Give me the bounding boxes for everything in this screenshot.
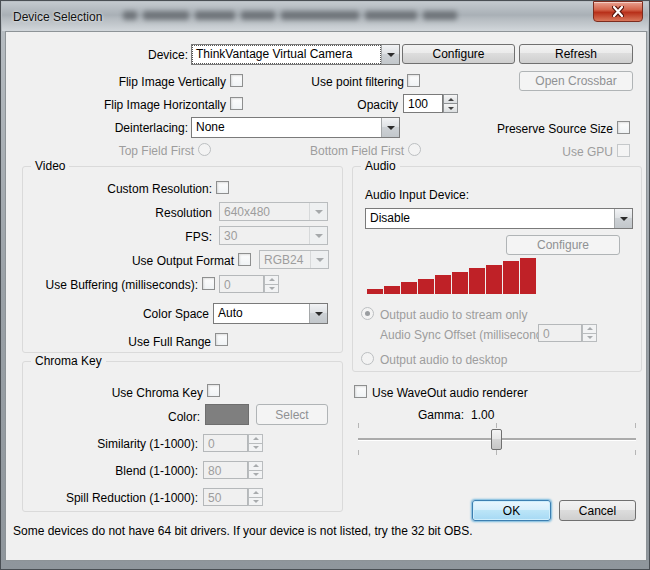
chevron-down-icon bbox=[381, 45, 399, 64]
custom-resolution-checkbox[interactable] bbox=[216, 181, 229, 194]
gamma-slider[interactable] bbox=[356, 422, 638, 456]
use-full-range-label: Use Full Range bbox=[47, 335, 211, 349]
preserve-source-size-label: Preserve Source Size bbox=[436, 122, 613, 136]
chevron-down-icon bbox=[309, 203, 327, 220]
audio-input-device-label: Audio Input Device: bbox=[365, 188, 469, 202]
resolution-combobox-value: 640x480 bbox=[220, 203, 309, 220]
color-space-label: Color Space bbox=[47, 307, 209, 321]
use-chroma-key-checkbox[interactable] bbox=[207, 384, 220, 397]
resolution-label: Resolution bbox=[47, 206, 212, 220]
opacity-label: Opacity bbox=[296, 98, 398, 112]
use-buffering-label: Use Buffering (milliseconds): bbox=[33, 278, 198, 292]
similarity-stepper bbox=[248, 434, 263, 452]
deinterlacing-combobox[interactable]: None bbox=[191, 117, 400, 138]
slider-tick bbox=[496, 450, 497, 455]
use-output-format-checkbox[interactable] bbox=[238, 253, 251, 266]
video-group: Video Custom Resolution: Resolution 640x… bbox=[22, 166, 343, 353]
chevron-down-icon bbox=[310, 251, 328, 268]
bottom-field-first-label: Bottom Field First bbox=[256, 144, 404, 158]
use-full-range-checkbox[interactable] bbox=[215, 333, 228, 346]
audio-group-title: Audio bbox=[361, 159, 400, 173]
audio-sync-offset-label: Audio Sync Offset (milliseconds): bbox=[380, 328, 556, 342]
spin-up-icon bbox=[582, 324, 597, 334]
similarity-input: 0 bbox=[203, 434, 248, 452]
point-filtering-checkbox[interactable] bbox=[407, 74, 420, 87]
configure-device-button[interactable]: Configure bbox=[402, 44, 515, 64]
output-desktop-label: Output audio to desktop bbox=[380, 353, 507, 367]
fps-combobox: 30 bbox=[219, 226, 328, 245]
video-group-title: Video bbox=[31, 159, 69, 173]
dialog-body: Device: ThinkVantage Virtual Camera Conf… bbox=[5, 31, 647, 561]
opacity-stepper[interactable] bbox=[443, 94, 458, 113]
use-waveout-checkbox[interactable] bbox=[354, 385, 367, 398]
spin-up-icon bbox=[248, 434, 263, 444]
blurred-parent-window-title bbox=[120, 9, 450, 23]
chevron-down-icon bbox=[309, 304, 327, 323]
chevron-down-icon bbox=[309, 227, 327, 244]
resolution-combobox: 640x480 bbox=[219, 202, 328, 221]
flip-horizontal-checkbox[interactable] bbox=[230, 97, 243, 110]
blend-stepper bbox=[248, 461, 263, 479]
use-gpu-label: Use GPU bbox=[516, 145, 613, 159]
audio-level-bar bbox=[401, 282, 417, 294]
slider-tick bbox=[635, 423, 636, 428]
audio-input-device-combobox[interactable]: Disable bbox=[365, 208, 633, 229]
top-field-first-label: Top Field First bbox=[66, 144, 194, 158]
spill-reduction-stepper bbox=[248, 488, 263, 506]
spin-down-icon bbox=[248, 444, 263, 453]
output-desktop-radio bbox=[361, 352, 374, 365]
blend-label: Blend (1-1000): bbox=[33, 464, 198, 478]
audio-level-bar bbox=[469, 268, 485, 294]
similarity-label: Similarity (1-1000): bbox=[33, 437, 198, 451]
audio-level-bars bbox=[367, 256, 539, 294]
slider-tick bbox=[635, 450, 636, 455]
opacity-input[interactable]: 100 bbox=[403, 94, 443, 113]
output-format-combobox: RGB24 bbox=[259, 250, 329, 269]
output-stream-only-label: Output audio to stream only bbox=[380, 308, 527, 322]
audio-input-device-value: Disable bbox=[366, 209, 614, 228]
refresh-button[interactable]: Refresh bbox=[519, 44, 633, 64]
flip-vertical-label: Flip Image Vertically bbox=[46, 75, 226, 89]
audio-level-bar bbox=[384, 286, 400, 294]
flip-vertical-checkbox[interactable] bbox=[230, 74, 243, 87]
chevron-down-icon bbox=[614, 209, 632, 228]
audio-level-bar bbox=[367, 289, 383, 294]
slider-handle[interactable] bbox=[491, 429, 502, 450]
spin-up-icon bbox=[248, 461, 263, 471]
slider-tick bbox=[358, 450, 359, 455]
top-field-first-radio bbox=[198, 143, 211, 156]
buffering-stepper bbox=[264, 275, 279, 293]
spin-down-icon bbox=[443, 104, 458, 113]
window-title: Device Selection bbox=[13, 10, 102, 24]
use-waveout-label: Use WaveOut audio renderer bbox=[372, 386, 528, 400]
preserve-source-size-checkbox[interactable] bbox=[617, 121, 630, 134]
device-combobox[interactable]: ThinkVantage Virtual Camera bbox=[191, 44, 400, 65]
configure-audio-button: Configure bbox=[506, 235, 620, 255]
close-button[interactable] bbox=[593, 1, 643, 22]
chroma-color-swatch bbox=[205, 404, 249, 425]
audio-sync-offset-stepper bbox=[582, 324, 597, 342]
point-filtering-label: Use point filtering bbox=[256, 75, 404, 89]
audio-sync-offset-input: 0 bbox=[538, 324, 582, 342]
use-gpu-checkbox bbox=[617, 144, 630, 157]
chroma-key-group: Chroma Key Use Chroma Key Color: Select … bbox=[22, 361, 343, 512]
chevron-down-icon bbox=[381, 118, 399, 137]
cancel-button[interactable]: Cancel bbox=[559, 500, 636, 521]
slider-tick bbox=[496, 423, 497, 428]
ok-button[interactable]: OK bbox=[472, 500, 551, 521]
audio-level-bar bbox=[435, 275, 451, 294]
audio-level-bar bbox=[418, 279, 434, 294]
spill-reduction-input: 50 bbox=[203, 488, 248, 506]
color-space-combobox-value: Auto bbox=[214, 304, 309, 323]
deinterlacing-label: Deinterlacing: bbox=[66, 121, 188, 135]
audio-level-bar bbox=[486, 265, 502, 294]
spin-up-icon bbox=[248, 488, 263, 498]
title-bar: Device Selection bbox=[2, 2, 648, 31]
use-buffering-checkbox[interactable] bbox=[202, 277, 215, 290]
use-output-format-label: Use Output Format bbox=[69, 254, 234, 268]
chroma-color-select-button: Select bbox=[256, 404, 328, 425]
output-format-combobox-value: RGB24 bbox=[260, 251, 310, 268]
footer-note: Some devices do not have 64 bit drivers.… bbox=[13, 524, 473, 538]
color-space-combobox[interactable]: Auto bbox=[213, 303, 328, 324]
spill-reduction-label: Spill Reduction (1-1000): bbox=[33, 491, 198, 505]
